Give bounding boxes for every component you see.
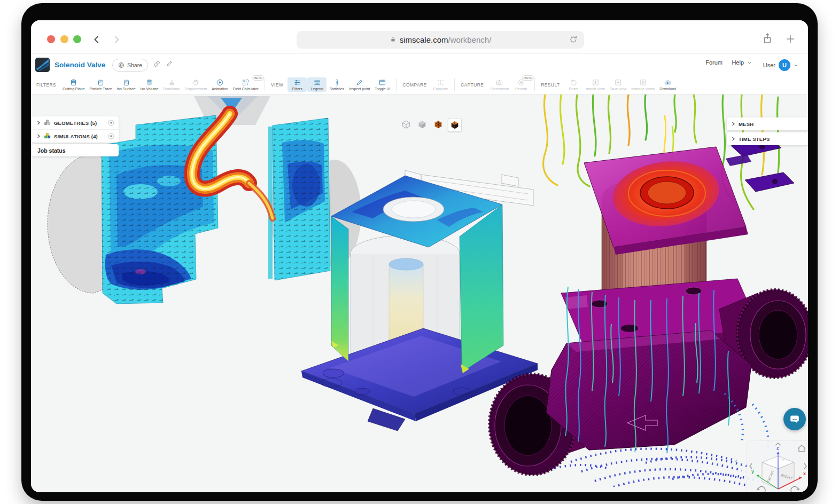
iso-volume-icon [145, 78, 153, 86]
compare-icon [437, 78, 445, 86]
toolbar-button-compare[interactable]: Compare [431, 77, 450, 92]
help-menu[interactable]: Help [732, 59, 752, 66]
toolbar-button-particle-trace[interactable]: Particle Trace [88, 77, 114, 92]
axis-z-label: z [776, 445, 779, 451]
toolbar-button-animation[interactable]: Animation [209, 77, 230, 92]
nav-home-icon[interactable] [798, 445, 805, 452]
toolbar-button-cutting-plane[interactable]: Cutting Plane [60, 77, 87, 92]
avatar: U [779, 59, 790, 71]
toolbar-button-save-view[interactable]: Save view [608, 77, 628, 92]
nav-rotate-right-icon[interactable] [804, 463, 806, 469]
import-view-icon [592, 78, 600, 86]
mesh-view-icon[interactable] [432, 118, 445, 131]
nav-roll-ccw-icon[interactable] [757, 486, 765, 492]
toolbar-button-record[interactable]: BETA Record [511, 77, 531, 92]
solenoid-mesh-view [490, 94, 808, 487]
zoom-window-button[interactable] [73, 35, 81, 43]
simscale-logo[interactable] [35, 57, 50, 75]
geometry-view-icon[interactable] [400, 118, 413, 131]
visibility-toggle-icon[interactable] [108, 133, 114, 139]
download-icon [664, 78, 672, 86]
browser-chrome: simscale.com/workbench/ [31, 20, 808, 53]
toolbar-button-toggle-ui[interactable]: Toggle UI [372, 77, 392, 92]
project-title: Solenoid Valve [55, 61, 105, 69]
support-chat-button[interactable] [783, 408, 806, 430]
view-cube[interactable]: FRONT RIGHT UP z y x [751, 445, 806, 489]
close-window-button[interactable] [47, 35, 55, 43]
tree-item-geometries[interactable]: GEOMETRIES (5) [32, 116, 119, 129]
toggle-ui-icon [378, 78, 386, 86]
field-calculator-icon [242, 78, 250, 86]
iso-surface-icon [122, 78, 130, 86]
toolbar-button-download[interactable]: Download [657, 77, 678, 92]
mesh-panel[interactable]: MESH [727, 117, 808, 130]
reload-icon[interactable] [569, 35, 578, 46]
url-domain: simscale.com [400, 35, 448, 44]
toolbar-button-rotational[interactable]: Rotational [161, 77, 182, 92]
nav-roll-cw-icon[interactable] [791, 486, 799, 492]
toolbar-button-iso-surface[interactable]: Iso Surface [115, 77, 138, 92]
shaded-view-icon[interactable] [416, 118, 429, 131]
save-view-icon [614, 78, 622, 86]
animation-icon [216, 78, 224, 86]
cutting-plane-icon [69, 78, 77, 86]
toolbar-button-inspect-point[interactable]: Inspect point [347, 77, 372, 92]
chevron-right-icon[interactable] [731, 137, 735, 141]
simulations-icon [44, 132, 51, 140]
tree-item-simulations[interactable]: SIMULATIONS (4) [32, 129, 119, 143]
3d-viewport[interactable]: GEOMETRIES (5) SIMULATIONS (4) Job statu… [31, 94, 808, 492]
toolbar-button-statistics[interactable]: Statistics [327, 77, 346, 92]
new-tab-icon[interactable] [784, 33, 796, 47]
share-button[interactable]: Share [112, 59, 148, 72]
toolbar-button-legend[interactable]: Legend [307, 77, 327, 92]
toolbar-button-displacement[interactable]: Displacement [183, 77, 209, 92]
toolbar-button-filters[interactable]: Filters [288, 77, 307, 92]
view-mode-switcher [400, 118, 462, 132]
job-status-label: Job status [32, 144, 119, 156]
particle-trace-icon [97, 78, 105, 86]
lock-icon [390, 35, 397, 44]
toolbar-button-field-calculator[interactable]: BETA Field Calculator [231, 77, 261, 92]
app-header: Solenoid Valve Share Forum Help User U [31, 53, 808, 76]
toolbar-button-screenshot[interactable]: Screenshot [488, 77, 511, 92]
user-menu[interactable]: User U [763, 59, 798, 71]
geometries-icon [44, 119, 51, 127]
toolbar-button-import-view[interactable]: Import view [584, 77, 607, 92]
copy-link-icon[interactable] [153, 60, 161, 70]
post-processing-toolbar: FILTERS Cutting Plane Particle Trace Iso… [31, 75, 808, 94]
statistics-icon [333, 78, 341, 86]
time-steps-panel[interactable]: TIME STEPS [727, 132, 808, 145]
chevron-right-icon[interactable] [36, 121, 41, 125]
chevron-down-icon [747, 60, 752, 65]
rotational-icon [168, 78, 176, 86]
toolbar-button-manage-views[interactable]: Manage views [629, 77, 657, 92]
inspect-point-icon [355, 78, 363, 86]
browser-share-icon[interactable] [761, 32, 774, 47]
chevron-right-icon[interactable] [36, 134, 41, 138]
browser-forward-button[interactable] [111, 34, 122, 47]
rename-pencil-icon[interactable] [166, 60, 173, 69]
beta-badge: BETA [252, 75, 264, 81]
mesh-surface-view-icon[interactable] [448, 118, 462, 132]
axis-x-label: x [803, 471, 806, 476]
visibility-toggle-icon[interactable] [108, 120, 114, 126]
globe-icon [118, 62, 125, 68]
chat-bubble-icon [789, 413, 801, 425]
forum-link[interactable]: Forum [705, 59, 723, 66]
3d-scene [31, 94, 808, 487]
toolbar-button-iso-volume[interactable]: Iso Volume [138, 77, 160, 92]
browser-back-button[interactable] [91, 34, 102, 47]
manage-views-icon [639, 78, 647, 86]
chevron-right-icon[interactable] [731, 122, 735, 126]
toolbar-button-reset[interactable]: Reset [564, 77, 584, 92]
nav-rotate-left-icon[interactable] [750, 463, 752, 469]
filters-icon [293, 78, 301, 86]
navigation-cube-panel: FRONT RIGHT UP z y x [747, 440, 808, 492]
address-bar[interactable]: simscale.com/workbench/ [297, 31, 584, 49]
screenshot-icon [495, 78, 503, 86]
axis-y-label: y [751, 469, 754, 474]
legend-icon [313, 78, 321, 86]
job-status-panel[interactable]: Job status [32, 144, 119, 156]
minimize-window-button[interactable] [60, 35, 68, 43]
beta-badge: BETA [522, 75, 534, 81]
